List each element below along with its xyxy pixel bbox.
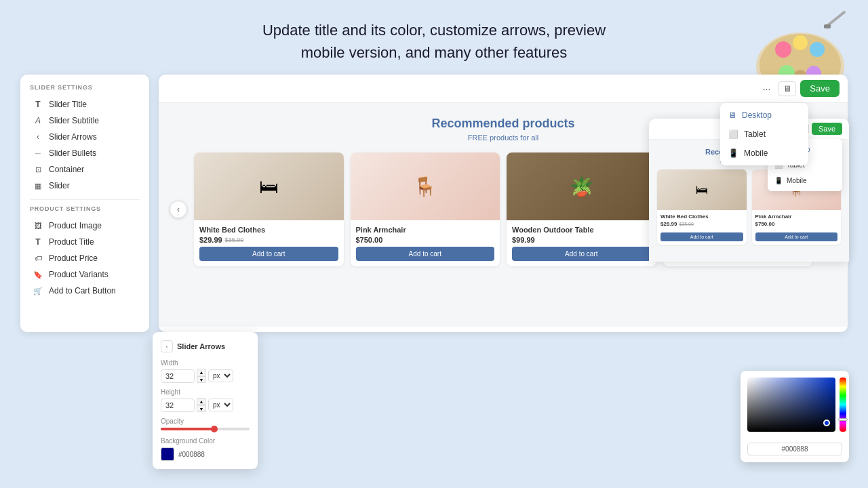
sidebar-label: Product Price bbox=[49, 253, 98, 263]
color-swatch[interactable] bbox=[161, 447, 174, 461]
shadow-dropdown-mobile[interactable]: 📱Mobile bbox=[768, 173, 842, 188]
width-input[interactable] bbox=[161, 369, 195, 383]
height-unit-select[interactable]: px % bbox=[208, 399, 233, 411]
color-picker-dot bbox=[823, 420, 830, 426]
sidebar-label: Product Image bbox=[49, 221, 102, 230]
add-to-cart-button[interactable]: Add to cart bbox=[199, 247, 338, 261]
svg-line-2 bbox=[827, 12, 844, 26]
width-unit-select[interactable]: px % bbox=[208, 369, 233, 382]
sidebar-item-product-title[interactable]: T Product Title bbox=[30, 234, 140, 250]
variants-icon: 🔖 bbox=[33, 270, 43, 279]
sidebar-label: Slider Bullets bbox=[49, 148, 96, 158]
sidebar-item-product-price[interactable]: 🏷 Product Price bbox=[30, 250, 140, 266]
sidebar-panel: SLIDER SETTINGS T Slider Title A Slider … bbox=[20, 75, 149, 332]
width-decrement[interactable]: ▼ bbox=[197, 376, 206, 383]
sidebar-section2-title: PRODUCT SETTINGS bbox=[30, 205, 140, 212]
editor-toolbar: ··· 🖥 Save bbox=[159, 75, 848, 103]
bg-color-label: Background Color bbox=[161, 437, 250, 445]
sidebar-label: Product Title bbox=[49, 237, 94, 247]
sidebar-section1-title: SLIDER SETTINGS bbox=[30, 84, 140, 91]
shadow-add-to-cart-button[interactable]: Add to cart bbox=[660, 232, 743, 241]
sidebar-label: Slider Arrows bbox=[49, 132, 97, 142]
sidebar-item-product-image[interactable]: 🖼 Product Image bbox=[30, 218, 140, 234]
more-options-button[interactable]: ··· bbox=[759, 81, 775, 97]
shadow-save-button[interactable]: Save bbox=[812, 123, 842, 135]
height-increment[interactable]: ▲ bbox=[197, 398, 206, 405]
svg-point-5 bbox=[793, 35, 808, 50]
dropdown-item-tablet[interactable]: ⬜ Tablet bbox=[720, 125, 808, 144]
dropdown-label: Tablet bbox=[744, 129, 766, 139]
width-field: Width ▲ ▼ px % bbox=[161, 359, 250, 383]
color-gradient-area[interactable] bbox=[747, 378, 835, 432]
sidebar-label: Container bbox=[49, 165, 84, 174]
hue-bar[interactable] bbox=[840, 378, 846, 432]
prev-arrow[interactable]: ‹ bbox=[170, 201, 187, 218]
svg-rect-3 bbox=[824, 24, 831, 28]
add-to-cart-button[interactable]: Add to cart bbox=[512, 247, 651, 261]
tablet-icon: ⬜ bbox=[728, 129, 738, 139]
sidebar-item-product-variants[interactable]: 🔖 Product Variants bbox=[30, 266, 140, 283]
svg-point-4 bbox=[775, 41, 791, 58]
sidebar-item-add-to-cart[interactable]: 🛒 Add to Cart Button bbox=[30, 283, 140, 299]
image-icon: 🖼 bbox=[33, 222, 43, 230]
bullets-icon: ··· bbox=[33, 150, 43, 157]
opacity-thumb[interactable] bbox=[211, 426, 218, 432]
opacity-slider-track[interactable] bbox=[161, 428, 250, 430]
height-field: Height ▲ ▼ px % bbox=[161, 388, 250, 412]
height-decrement[interactable]: ▼ bbox=[197, 405, 206, 412]
A-icon: A bbox=[33, 116, 43, 125]
slider-icon: ▦ bbox=[33, 182, 43, 190]
shadow-product-name: White Bed Clothes bbox=[660, 214, 743, 220]
sidebar-item-slider-title[interactable]: T Slider Title bbox=[30, 96, 140, 113]
sidebar-item-container[interactable]: ⊡ Container bbox=[30, 161, 140, 178]
shadow-add-to-cart-button[interactable]: Add to cart bbox=[755, 232, 838, 241]
sidebar-label: Add to Cart Button bbox=[49, 286, 116, 296]
product-name: Wooden Outdoor Table bbox=[512, 226, 651, 234]
product-old-price: $35.00 bbox=[225, 237, 244, 243]
T-icon: T bbox=[33, 100, 43, 109]
product-image: 🪴 bbox=[507, 152, 656, 220]
add-to-cart-button[interactable]: Add to cart bbox=[356, 247, 495, 261]
arrows-settings-panel: ‹ Slider Arrows Width ▲ ▼ px % Height ▲ … bbox=[153, 332, 258, 469]
product-name: Pink Armchair bbox=[356, 226, 495, 234]
header-line2: mobile version, and many other features bbox=[14, 41, 854, 64]
sidebar-item-slider-subtitle[interactable]: A Slider Subtitle bbox=[30, 113, 140, 129]
panel-title: Slider Arrows bbox=[177, 342, 225, 350]
shadow-product-card: 🛏 White Bed Clothes $29.99 $35.00 Add to… bbox=[657, 169, 747, 245]
T-icon: T bbox=[33, 237, 43, 247]
height-input[interactable] bbox=[161, 399, 195, 412]
container-icon: ⊡ bbox=[33, 165, 43, 174]
bg-color-field: Background Color #000888 bbox=[161, 437, 250, 461]
header: Update title and its color, customize ar… bbox=[0, 0, 868, 75]
device-preview-button[interactable]: 🖥 bbox=[778, 81, 796, 96]
product-image: 🛏 bbox=[194, 152, 344, 220]
sidebar-item-slider-bullets[interactable]: ··· Slider Bullets bbox=[30, 145, 140, 161]
product-price: $29.99 bbox=[199, 236, 222, 244]
header-line1: Update title and its color, customize ar… bbox=[14, 19, 854, 41]
opacity-label: Opacity bbox=[161, 418, 250, 425]
sidebar-item-slider[interactable]: ▦ Slider bbox=[30, 178, 140, 194]
arrow-icon: ‹ bbox=[33, 132, 43, 142]
sidebar-label: Slider bbox=[49, 181, 70, 190]
device-dropdown: 🖥 Desktop ⬜ Tablet 📱 Mobile bbox=[720, 103, 808, 165]
product-card: 🛏 White Bed Clothes $29.99 $35.00 Add to… bbox=[194, 152, 344, 266]
height-label: Height bbox=[161, 388, 250, 396]
save-button[interactable]: Save bbox=[800, 80, 840, 97]
shadow-product-price: $750.00 bbox=[755, 221, 775, 227]
shadow-product-price: $29.99 bbox=[660, 221, 677, 227]
hex-input[interactable] bbox=[747, 443, 842, 455]
width-increment[interactable]: ▲ bbox=[197, 369, 206, 375]
desktop-icon: 🖥 bbox=[728, 110, 736, 120]
color-hex-display: #000888 bbox=[178, 451, 205, 458]
dropdown-label: Mobile bbox=[744, 148, 768, 158]
shadow-product-name: Pink Armchair bbox=[755, 214, 838, 220]
dropdown-item-mobile[interactable]: 📱 Mobile bbox=[720, 144, 808, 163]
mobile-icon: 📱 bbox=[774, 177, 783, 184]
product-name: White Bed Clothes bbox=[199, 226, 338, 234]
product-image: 🪑 bbox=[351, 152, 500, 220]
cart-icon: 🛒 bbox=[33, 287, 43, 296]
back-button[interactable]: ‹ bbox=[161, 340, 173, 352]
hue-thumb[interactable] bbox=[838, 418, 848, 421]
dropdown-item-desktop[interactable]: 🖥 Desktop bbox=[720, 106, 808, 125]
sidebar-item-slider-arrows[interactable]: ‹ Slider Arrows bbox=[30, 129, 140, 145]
